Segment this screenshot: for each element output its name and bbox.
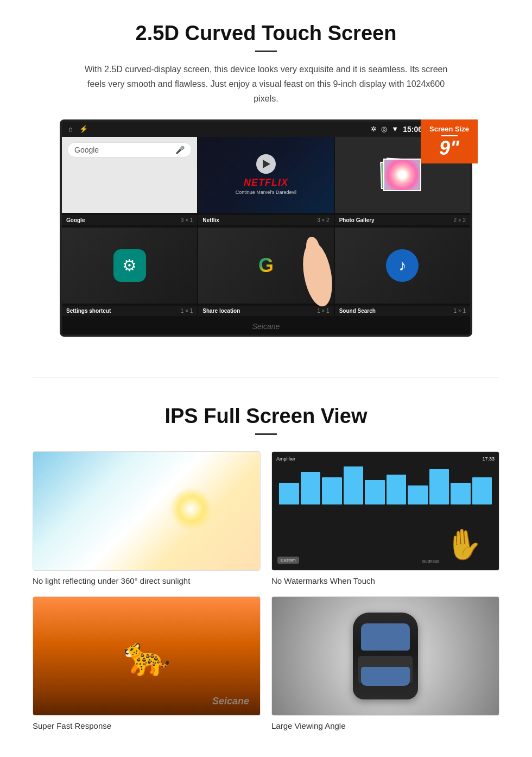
eq-bar-7: [408, 485, 428, 504]
cheetah-image: 🐆 Seicane: [33, 597, 260, 715]
settings-icon-wrapper: ⚙: [113, 249, 146, 282]
svg-point-0: [299, 239, 337, 308]
feature-fast-response: 🐆 Seicane Super Fast Response: [33, 596, 261, 730]
google-search-bar[interactable]: Google 🎤: [67, 142, 192, 157]
sound-label: Sound Search: [339, 308, 376, 314]
eq-bar-1: [279, 483, 299, 504]
app-label-share: Share location 1 × 1: [198, 306, 333, 316]
app-label-sound: Sound Search 1 × 1: [335, 306, 470, 316]
share-size: 1 × 1: [317, 308, 330, 314]
amp-title: Amplifier: [276, 456, 295, 462]
eq-bar-4: [344, 466, 364, 504]
feature-img-amplifier: Amplifier 17:33: [271, 451, 499, 571]
app-cell-settings[interactable]: ⚙: [62, 228, 197, 304]
wifi-icon: ▼: [391, 125, 398, 133]
eq-bar-2: [301, 472, 321, 504]
sound-size: 1 × 1: [453, 308, 466, 314]
ips-fullscreen-section: IPS Full Screen View No light reflecting…: [0, 399, 532, 752]
bluetooth-icon: ✲: [371, 125, 377, 133]
title-underline-1: [255, 51, 277, 52]
sunlight-image: [33, 452, 260, 570]
app-grid-top: Google 🎤 NETFLIX Continue Marvel's Dared…: [62, 137, 470, 213]
app-label-netflix: Netflix 3 × 2: [198, 215, 333, 225]
watermark-bar: Seicane: [62, 318, 470, 335]
mic-icon: 🎤: [175, 146, 185, 154]
app-labels-row1: Google 3 × 1 Netflix 3 × 2 Photo Gallery…: [62, 213, 470, 228]
eq-bar-3: [322, 477, 342, 504]
badge-size: 9": [429, 138, 469, 158]
feature-img-sunlight: [33, 451, 261, 571]
status-left: ⌂ ⚡: [68, 125, 88, 133]
feature-no-watermarks: Amplifier 17:33: [271, 451, 499, 585]
settings-size: 1 × 1: [181, 308, 193, 314]
usb-icon: ⚡: [79, 125, 88, 133]
photo-stack: [381, 156, 424, 194]
eq-bar-9: [451, 483, 471, 504]
feature-viewing-angle: Large Viewing Angle: [271, 596, 499, 730]
section-divider: [33, 377, 499, 377]
feature-label-watermarks: No Watermarks When Touch: [271, 576, 499, 585]
amplifier-screen: Amplifier 17:33: [272, 452, 499, 570]
section1-title: 2.5D Curved Touch Screen: [33, 22, 499, 45]
status-time: 15:06: [403, 125, 422, 134]
play-button[interactable]: [256, 154, 276, 174]
location-icon: ◎: [381, 125, 387, 133]
feature-label-sunlight: No light reflecting under 360° direct su…: [33, 576, 261, 585]
flower-simulation: [384, 160, 420, 190]
netflix-size: 3 × 2: [317, 217, 330, 223]
section2-title: IPS Full Screen View: [33, 405, 499, 428]
section1-description: With 2.5D curved-display screen, this de…: [76, 62, 456, 106]
curved-touch-screen-section: 2.5D Curved Touch Screen With 2.5D curve…: [0, 0, 532, 355]
custom-button: Custom: [277, 557, 299, 564]
badge-underline: [441, 135, 458, 136]
feature-img-cheetah: 🐆 Seicane: [33, 596, 261, 716]
app-label-settings: Settings shortcut 1 × 1: [62, 306, 197, 316]
google-logo: Google: [74, 146, 99, 154]
app-cell-sound-search[interactable]: ♪: [335, 228, 470, 304]
google-label: Google: [66, 217, 85, 223]
eq-bars: [276, 464, 495, 507]
app-label-google: Google 3 × 1: [62, 215, 197, 225]
car-windshield: [361, 623, 410, 651]
feature-label-fast: Super Fast Response: [33, 721, 261, 730]
eq-bar-10: [472, 477, 492, 504]
amp-time: 17:33: [482, 456, 495, 462]
car-top-image: [272, 597, 499, 715]
app-grid-bottom: ⚙ G: [62, 228, 470, 304]
app-cell-google[interactable]: Google 🎤: [62, 137, 197, 213]
netflix-label: Netflix: [202, 217, 219, 223]
feature-sunlight: No light reflecting under 360° direct su…: [33, 451, 261, 585]
car-top-view: [353, 613, 418, 699]
cheetah-emoji: 🐆: [123, 634, 170, 678]
app-cell-share-location[interactable]: G: [198, 228, 333, 304]
photo-label: Photo Gallery: [339, 217, 375, 223]
photo-flower: [383, 159, 421, 191]
svg-rect-2: [306, 245, 324, 276]
eq-bar-8: [429, 469, 449, 504]
feature-label-viewing: Large Viewing Angle: [271, 721, 499, 730]
netflix-content: NETFLIX Continue Marvel's Daredevil: [236, 154, 296, 195]
app-cell-netflix[interactable]: NETFLIX Continue Marvel's Daredevil: [198, 137, 333, 213]
netflix-subtitle: Continue Marvel's Daredevil: [236, 190, 296, 195]
screen-device-wrapper: Screen Size 9" ⌂ ⚡ ✲ ◎ ▼ 15:06 ⊡ ◁ ✕: [60, 119, 472, 337]
music-note-icon: ♪: [398, 257, 406, 274]
screen-size-badge: Screen Size 9": [421, 119, 478, 163]
feature-grid: No light reflecting under 360° direct su…: [33, 451, 499, 730]
netflix-logo: NETFLIX: [236, 177, 296, 188]
gear-icon: ⚙: [122, 256, 137, 275]
title-underline-2: [255, 433, 277, 435]
share-label: Share location: [202, 308, 240, 314]
amp-header: Amplifier 17:33: [276, 456, 495, 462]
eq-bar-6: [387, 475, 407, 504]
screen-watermark: Seicane: [252, 322, 280, 331]
settings-label: Settings shortcut: [66, 308, 111, 314]
car-rear-window: [361, 667, 410, 686]
hand-on-screen: ✋: [444, 525, 484, 564]
app-label-photo: Photo Gallery 2 × 2: [335, 215, 470, 225]
loudness-label: loudness: [422, 559, 439, 564]
play-triangle-icon: [263, 160, 270, 168]
badge-title: Screen Size: [429, 125, 469, 133]
home-icon: ⌂: [68, 125, 73, 133]
sun-flare: [169, 487, 213, 531]
cheetah-watermark: Seicane: [212, 696, 249, 707]
